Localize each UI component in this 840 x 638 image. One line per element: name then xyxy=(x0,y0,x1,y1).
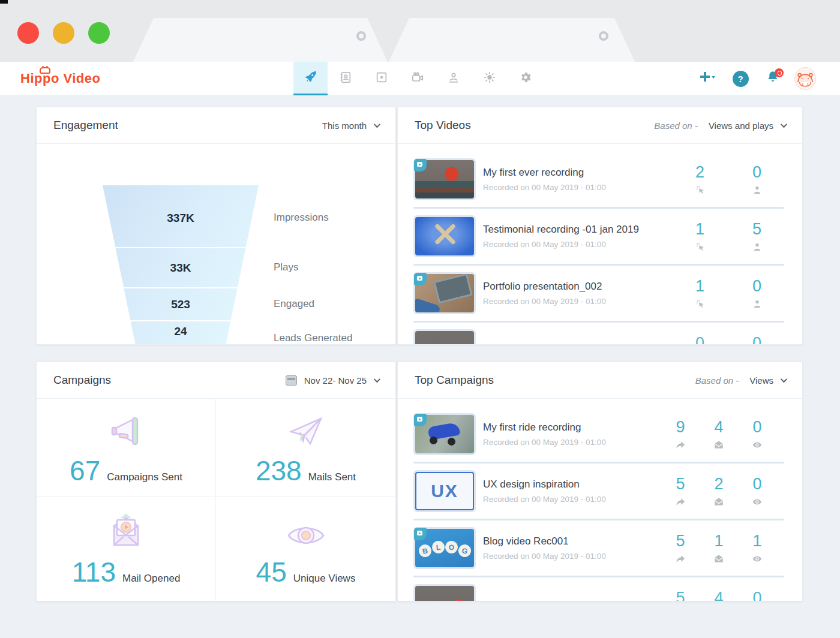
mail-open-icon xyxy=(713,496,724,507)
video-row[interactable]: Portfolio presentation_002 Recorded on 0… xyxy=(398,266,802,321)
opens-count: 4 xyxy=(714,589,723,601)
video-row[interactable]: Video 0001 2378 0 0 xyxy=(398,323,802,345)
nav-recordings[interactable] xyxy=(400,62,436,95)
viewers-count: 0 xyxy=(752,163,761,182)
mails-sent-tile: 238 Mails Sent xyxy=(216,399,395,497)
shares-count: 5 xyxy=(676,589,685,601)
share-icon xyxy=(675,496,686,507)
campaign-row[interactable]: B L O G Blog video Rec001 Recorded on 00… xyxy=(398,520,802,576)
megaphone-icon xyxy=(106,413,146,449)
window-minimize-button[interactable] xyxy=(53,22,74,44)
video-badge-icon xyxy=(414,528,427,540)
calendar-icon xyxy=(286,375,297,386)
nav-library[interactable] xyxy=(364,62,400,95)
window-zoom-button[interactable] xyxy=(88,22,110,44)
funnel-divider xyxy=(103,247,259,248)
campaigns-title: Campaigns xyxy=(53,374,111,387)
video-thumbnail[interactable] xyxy=(413,272,476,314)
campaign-thumbnail[interactable] xyxy=(413,584,476,601)
campaign-thumbnail[interactable]: B L O G xyxy=(413,527,476,569)
views-count: 0 xyxy=(752,589,761,601)
create-new-button[interactable] xyxy=(697,68,719,89)
nav-settings[interactable] xyxy=(508,62,544,95)
campaign-thumbnail[interactable] xyxy=(413,413,476,455)
blog-letter: L xyxy=(431,540,445,554)
thumbnail-image: UX xyxy=(415,472,474,510)
notification-badge xyxy=(775,68,784,77)
campaigns-sent-label: Campaigns Sent xyxy=(107,471,182,483)
help-button[interactable]: ? xyxy=(730,68,751,89)
top-videos-basedon-dropdown[interactable]: Based on - Views and plays xyxy=(654,121,785,131)
click-icon xyxy=(695,242,706,252)
nav-contacts[interactable] xyxy=(328,62,364,95)
dashboard-content: Engagement This month 337K 33K 523 24 Im… xyxy=(0,95,840,638)
top-campaigns-basedon-dropdown[interactable]: Based on - Views xyxy=(695,375,785,386)
video-thumbnail[interactable] xyxy=(413,329,476,345)
campaign-thumbnail[interactable]: UX xyxy=(413,470,476,512)
unique-views-tile: 45 Unique Views xyxy=(216,497,395,601)
video-thumbnail[interactable] xyxy=(413,215,476,257)
based-on-label: Based on - xyxy=(695,375,739,386)
engagement-period-dropdown[interactable]: This month xyxy=(322,121,379,131)
plus-icon xyxy=(700,71,716,86)
browser-chrome xyxy=(0,0,840,62)
daterange-value: Nov 22- Nov 25 xyxy=(304,375,367,386)
campaigns-daterange-picker[interactable]: Nov 22- Nov 25 xyxy=(286,375,379,386)
campaign-row[interactable]: Video 0001 2378 5 4 0 xyxy=(398,577,802,601)
video-badge-icon xyxy=(414,273,427,285)
avatar xyxy=(794,67,816,90)
video-thumbnail[interactable] xyxy=(413,158,476,200)
nav-teams[interactable] xyxy=(436,62,472,95)
hippo-video-logo[interactable]: Hippo Video xyxy=(20,62,100,95)
funnel-value-impressions: 337K xyxy=(103,212,259,225)
shares-count: 5 xyxy=(676,475,685,493)
campaigns-sent-value: 67 xyxy=(70,455,100,487)
blog-letter: G xyxy=(457,543,472,558)
person-icon xyxy=(752,299,763,309)
thumbnail-image xyxy=(415,217,474,255)
eye-icon xyxy=(752,440,763,450)
header-actions: ? xyxy=(697,62,816,95)
window-close-button[interactable] xyxy=(17,22,39,44)
basedon-value: Views and plays xyxy=(709,121,773,131)
nav-integrations[interactable] xyxy=(472,62,508,95)
library-icon xyxy=(375,71,388,86)
video-title: My first ever recording xyxy=(483,167,606,179)
share-icon xyxy=(675,440,686,450)
campaign-row[interactable]: My first ride recording Recorded on 00 M… xyxy=(398,407,802,462)
video-row[interactable]: Testimonial recording -01 jan 2019 Recor… xyxy=(398,209,802,264)
person-icon xyxy=(752,185,763,195)
teams-icon xyxy=(447,71,460,86)
profile-menu[interactable] xyxy=(794,68,816,89)
click-icon xyxy=(695,299,706,309)
viewers-count: 0 xyxy=(752,334,761,345)
funnel-divider xyxy=(103,320,259,321)
top-videos-panel: Top Videos Based on - Views and plays My… xyxy=(397,107,803,345)
funnel-divider xyxy=(103,287,259,288)
mail-opened-icon xyxy=(107,514,145,550)
opens-count: 1 xyxy=(714,532,723,550)
funnel-value-engaged: 523 xyxy=(103,298,259,311)
eye-icon xyxy=(752,553,763,564)
contacts-icon xyxy=(339,71,352,86)
video-badge-icon xyxy=(414,159,427,171)
share-icon xyxy=(675,553,686,564)
funnel-label-leads: Leads Generated xyxy=(274,332,352,344)
mails-sent-value: 238 xyxy=(256,455,302,487)
notifications-button[interactable] xyxy=(762,68,784,89)
thumbnail-image xyxy=(415,586,474,601)
gear-icon xyxy=(519,71,532,86)
browser-tab-1[interactable] xyxy=(133,18,388,62)
unique-views-value: 45 xyxy=(256,556,287,588)
video-row[interactable]: My first ever recording Recorded on 00 M… xyxy=(398,152,802,207)
tab-favicon-placeholder xyxy=(356,31,366,41)
mail-open-icon xyxy=(713,440,724,450)
nav-dashboard[interactable] xyxy=(293,62,328,95)
funnel-label-impressions: Impressions xyxy=(274,212,329,224)
campaign-row[interactable]: UX UX design inspiration Recorded on 00 … xyxy=(398,464,802,519)
chevron-down-icon xyxy=(781,376,787,383)
opens-count: 4 xyxy=(714,418,723,437)
campaign-subtitle: Recorded on 00 May 2019 - 01:00 xyxy=(483,552,606,561)
campaign-title: UX design inspiration xyxy=(483,478,606,490)
browser-tab-2[interactable] xyxy=(389,18,635,62)
